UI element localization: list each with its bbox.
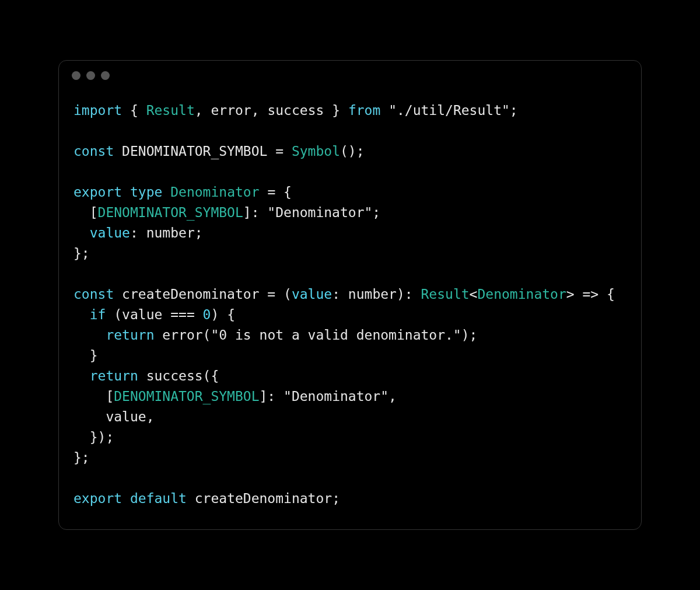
punct: : [332,287,348,302]
ident-value: value [106,409,146,424]
punct: ]: [243,205,268,220]
space [138,368,146,383]
keyword-type: type [130,184,162,200]
punct: }); [74,430,114,445]
space [114,144,122,159]
punct: : [130,225,146,240]
punct: , [388,389,397,404]
symbol-ref: DENOMINATOR_SYMBOL [114,389,259,404]
punct: ; [195,225,203,240]
type-denom: Denominator [477,287,566,302]
punct: }; [74,450,90,465]
punct: , [146,409,155,424]
indent [74,409,106,424]
code-content: import { Result, error, success } from "… [74,100,626,508]
fn-name: createDenominator [195,491,332,506]
punct: [ [74,389,114,404]
punct: ( [106,307,122,322]
indent [74,307,90,322]
space [154,327,162,343]
punct: ( [203,327,211,343]
keyword-from: from [348,103,380,118]
ident-error: error [211,103,251,118]
punct: } [324,103,348,118]
punct: ; [372,205,380,220]
symbol-ref: DENOMINATOR_SYMBOL [98,205,243,220]
punct: = { [260,184,292,200]
keyword-const: const [74,144,114,159]
punct: , [195,103,211,118]
traffic-light-close-icon[interactable] [72,71,80,80]
keyword-return: return [106,327,154,343]
prop-value: value [90,225,130,240]
ident-value: value [122,307,162,322]
window-titlebar [59,61,641,80]
fn-success: success [146,368,203,383]
type-result: Result [146,103,195,118]
punct: ): [397,287,421,302]
punct: } [74,348,98,363]
punct: { [122,103,146,118]
space [122,491,130,506]
space [114,287,122,302]
indent [74,327,106,343]
punct: }; [74,246,90,261]
ident-success: success [267,103,324,118]
fn-error: error [162,327,202,343]
space [187,491,195,506]
punct: => { [575,287,615,302]
traffic-light-minimize-icon[interactable] [86,71,95,80]
punct: > [566,287,575,302]
type-name: Denominator [170,184,259,200]
const-name: DENOMINATOR_SYMBOL [122,144,267,159]
code-editor[interactable]: import { Result, error, success } from "… [59,80,641,529]
keyword-export: export [74,491,122,506]
punct: = ( [260,287,292,302]
punct: [ [74,205,98,220]
indent [74,225,90,240]
keyword-default: default [130,491,187,506]
punct: (); [340,144,365,159]
keyword-const: const [74,287,114,302]
number-zero: 0 [203,307,211,322]
punct: ); [461,327,478,343]
string-denom: "Denominator" [267,205,372,220]
code-window: import { Result, error, success } from "… [58,60,642,529]
space [122,184,130,200]
space [380,103,388,118]
param-value: value [292,287,332,302]
space [162,184,170,200]
indent [74,368,90,383]
keyword-export: export [74,184,122,200]
op: === [162,307,202,322]
punct: < [470,287,478,302]
string-denom: "Denominator" [284,389,388,404]
fn-symbol: Symbol [292,144,340,159]
keyword-if: if [90,307,106,322]
type-number: number [348,287,397,302]
keyword-return: return [90,368,138,383]
punct: = [267,144,292,159]
punct: ; [332,491,340,506]
string-errmsg: "0 is not a valid denominator." [211,327,461,343]
punct: ) { [211,307,235,322]
keyword-import: import [74,103,122,118]
traffic-light-maximize-icon[interactable] [101,71,110,80]
string-path: "./util/Result" [388,103,510,118]
punct: , [251,103,268,118]
type-number: number [146,225,195,240]
type-result: Result [421,287,470,302]
punct: ]: [260,389,284,404]
fn-name: createDenominator [122,287,259,302]
punct: ({ [203,368,219,383]
punct: ; [510,103,518,118]
